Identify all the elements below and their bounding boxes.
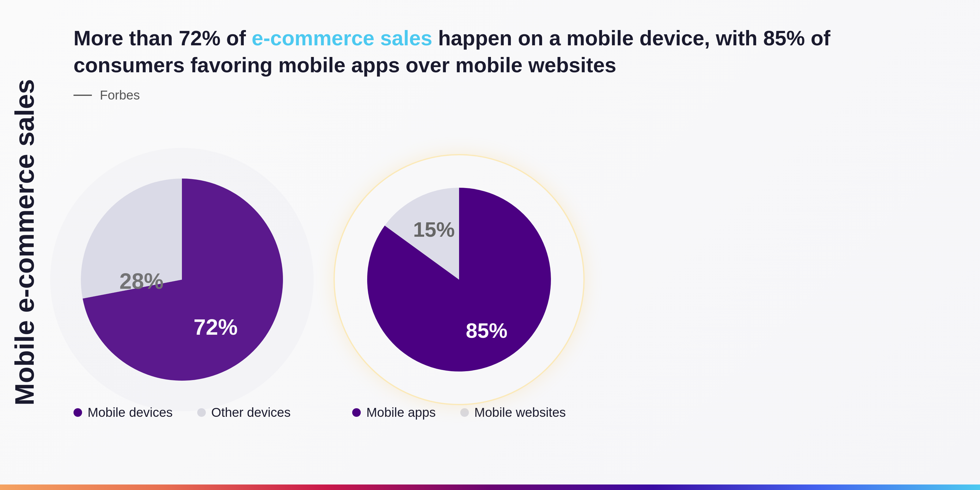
chart2-apps-dot [352, 408, 361, 417]
chart1-other-label: Other devices [211, 405, 291, 420]
chart1-mobile-label: Mobile devices [88, 405, 173, 420]
chart2-legend: Mobile apps Mobile websites [352, 405, 566, 420]
chart1-wrapper: 72% 28% Mobile devices [73, 172, 291, 420]
header-text: More than 72% of e-commerce sales happen… [73, 24, 870, 79]
chart1-legend-mobile: Mobile devices [73, 405, 173, 420]
chart2-area: 85% 15% [352, 172, 566, 387]
header-part1: More than 72% of [73, 26, 252, 49]
chart2-websites-dot [460, 408, 469, 417]
chart1-area: 72% 28% [75, 172, 289, 387]
chart1-legend: Mobile devices Other devices [73, 405, 291, 420]
chart2-wrapper: 85% 15% Mobile apps Mobile [352, 172, 566, 420]
page-container: Mobile e-commerce sales More than 72% of… [0, 0, 980, 490]
source-attribution: Forbes [73, 88, 943, 103]
vertical-title-area: Mobile e-commerce sales [0, 0, 49, 485]
chart1-label-28: 28% [119, 269, 164, 293]
bottom-gradient-bar [0, 485, 980, 490]
chart1-other-dot [197, 408, 206, 417]
chart1-svg: 72% 28% [75, 172, 289, 387]
chart2-websites-label: Mobile websites [474, 405, 566, 420]
charts-container: 72% 28% Mobile devices [73, 127, 943, 466]
chart2-legend-apps: Mobile apps [352, 405, 436, 420]
source-dash [73, 95, 92, 96]
chart2-label-15: 15% [413, 218, 455, 241]
chart2-legend-websites: Mobile websites [460, 405, 566, 420]
chart2-apps-label: Mobile apps [366, 405, 436, 420]
chart1-legend-other: Other devices [197, 405, 291, 420]
main-content: More than 72% of e-commerce sales happen… [49, 0, 980, 490]
chart1-label-72: 72% [194, 315, 238, 339]
source-name: Forbes [100, 88, 140, 103]
chart1-mobile-dot [73, 408, 82, 417]
chart2-svg: 85% 15% [352, 172, 566, 387]
chart2-label-85: 85% [466, 319, 508, 342]
header-highlight: e-commerce sales [252, 26, 433, 49]
page-title: Mobile e-commerce sales [11, 79, 38, 406]
